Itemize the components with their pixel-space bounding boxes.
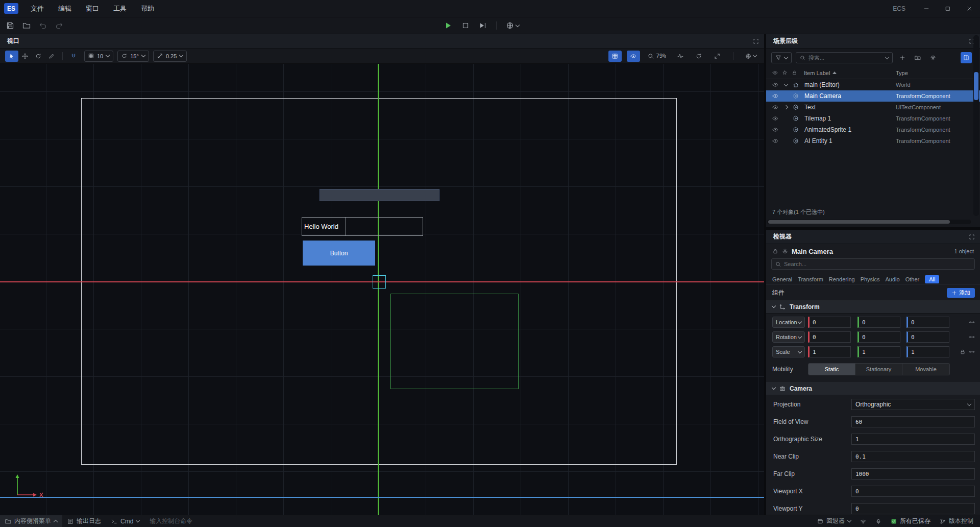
visibility-toggle[interactable] (772, 115, 785, 122)
reset-values-icon[interactable] (969, 319, 975, 325)
tab-physics[interactable]: Physics (861, 276, 880, 282)
lock-icon[interactable] (792, 70, 797, 76)
visibility-toggle[interactable] (772, 104, 785, 110)
projection-select[interactable]: Orthographic (851, 399, 975, 410)
open-folder-button[interactable] (22, 21, 31, 30)
world-options-button[interactable] (743, 51, 759, 62)
snap-toggle-button[interactable] (67, 51, 80, 62)
mobility-stationary-button[interactable]: Stationary (855, 364, 902, 375)
stop-button[interactable] (461, 21, 470, 30)
location-x-field[interactable] (808, 317, 851, 328)
scale-z-field[interactable] (906, 346, 949, 357)
menu-edit[interactable]: 编辑 (51, 0, 79, 17)
rotation-z-field[interactable] (906, 331, 949, 343)
field-of-view-field[interactable] (851, 416, 975, 427)
close-button[interactable] (959, 0, 980, 17)
menu-tools[interactable]: 工具 (106, 0, 134, 17)
location-dropdown[interactable]: Location (772, 317, 805, 328)
hierarchy-vertical-scrollbar[interactable] (973, 35, 979, 216)
tab-rendering[interactable]: Rendering (829, 276, 855, 282)
selection-box[interactable] (373, 275, 386, 289)
far-clip-field[interactable] (851, 468, 975, 480)
redo-button[interactable] (55, 21, 63, 30)
visibility-toggle[interactable] (772, 93, 785, 99)
hierarchy-horizontal-scrollbar[interactable] (767, 220, 971, 224)
scale-dropdown[interactable]: Scale (772, 346, 805, 357)
tab-general[interactable]: General (772, 276, 792, 282)
orthographic-size-field[interactable] (851, 434, 975, 445)
select-tool-button[interactable] (5, 51, 18, 62)
rotation-x-field[interactable] (808, 331, 851, 343)
hierarchy-row-ai-entity[interactable]: AI Entity 1 TransformComponent (766, 135, 980, 147)
menu-help[interactable]: 帮助 (134, 0, 161, 17)
new-folder-button[interactable] (912, 52, 923, 63)
inspector-expand-button[interactable] (969, 234, 975, 240)
hierarchy-row-animatedsprite[interactable]: AnimatedSprite 1 TransformComponent (766, 124, 980, 135)
maximize-button[interactable] (937, 0, 959, 17)
rotation-y-field[interactable] (857, 331, 900, 343)
text-object[interactable]: Hello World (302, 217, 423, 236)
hierarchy-row-world[interactable]: main (Editor) World (766, 79, 980, 90)
hierarchy-search[interactable] (796, 52, 893, 63)
menu-file[interactable]: 文件 (23, 0, 51, 17)
version-control-button[interactable]: 版本控制 (936, 517, 977, 525)
minimize-button[interactable] (916, 0, 937, 17)
grid-snap-dropdown[interactable]: 10 (84, 51, 113, 62)
ui-slider-object[interactable] (320, 189, 439, 201)
mic-button[interactable] (872, 518, 885, 524)
content-drawer-button[interactable]: 内容侧滑菜单 (0, 515, 62, 527)
column-item-label[interactable]: Item Label (804, 70, 830, 76)
tab-transform[interactable]: Transform (798, 276, 823, 282)
tab-other[interactable]: Other (905, 276, 920, 282)
eye-icon[interactable] (772, 70, 778, 76)
location-y-field[interactable] (857, 317, 900, 328)
expand-caret[interactable] (785, 106, 793, 109)
hierarchy-search-input[interactable] (808, 55, 883, 61)
menu-window[interactable]: 窗口 (79, 0, 106, 17)
reset-values-icon[interactable] (969, 349, 975, 355)
scale-snap-dropdown[interactable]: 0.25 (153, 51, 187, 62)
inspector-search-input[interactable] (784, 261, 971, 267)
lock-icon[interactable] (772, 248, 778, 254)
reset-values-icon[interactable] (969, 334, 975, 340)
mobility-static-button[interactable]: Static (808, 364, 855, 375)
zoom-control[interactable]: 79% (645, 51, 669, 62)
rotate-tool-button[interactable] (32, 51, 45, 62)
lock-scale-icon[interactable] (960, 349, 966, 355)
scrollbar-thumb[interactable] (768, 220, 950, 224)
transform-section-header[interactable]: Transform (766, 300, 980, 314)
viewport-expand-button[interactable] (753, 38, 759, 44)
scene-canvas[interactable]: Hello World Button (0, 64, 764, 515)
gear-icon[interactable] (782, 248, 788, 254)
tab-audio[interactable]: Audio (886, 276, 900, 282)
hierarchy-row-text[interactable]: Text UITextComponent (766, 102, 980, 113)
rotate-snap-dropdown[interactable]: 15° (117, 51, 149, 62)
visibility-toggle[interactable] (772, 138, 785, 144)
panel-layout-button[interactable] (961, 52, 972, 63)
scale-x-field[interactable] (808, 346, 851, 357)
hierarchy-row-main-camera[interactable]: Main Camera TransformComponent (766, 90, 980, 102)
tilemap-bounds-rect[interactable] (390, 294, 519, 389)
add-entity-button[interactable] (897, 52, 908, 63)
button-object[interactable]: Button (303, 241, 375, 266)
cmd-dropdown[interactable]: Cmd (106, 515, 144, 527)
app-logo[interactable]: ES (4, 3, 18, 14)
move-tool-button[interactable] (18, 51, 32, 62)
scale-y-field[interactable] (857, 346, 900, 357)
scrollbar-thumb[interactable] (974, 72, 978, 100)
column-type[interactable]: Type (896, 70, 908, 76)
viewport-y-field[interactable] (851, 503, 975, 514)
play-button[interactable] (444, 21, 452, 30)
grid-visibility-button[interactable] (608, 51, 622, 62)
reset-view-button[interactable] (692, 51, 705, 62)
add-component-button[interactable]: 添加 (947, 288, 975, 298)
platform-select-button[interactable] (506, 21, 519, 30)
filter-button[interactable] (771, 52, 792, 63)
undo-button[interactable] (39, 21, 47, 30)
location-z-field[interactable] (906, 317, 949, 328)
inspector-search[interactable] (771, 258, 975, 270)
gizmo-visibility-button[interactable] (627, 51, 640, 62)
visibility-toggle[interactable] (772, 127, 785, 133)
network-status-button[interactable] (856, 518, 870, 524)
viewport-x-field[interactable] (851, 486, 975, 497)
